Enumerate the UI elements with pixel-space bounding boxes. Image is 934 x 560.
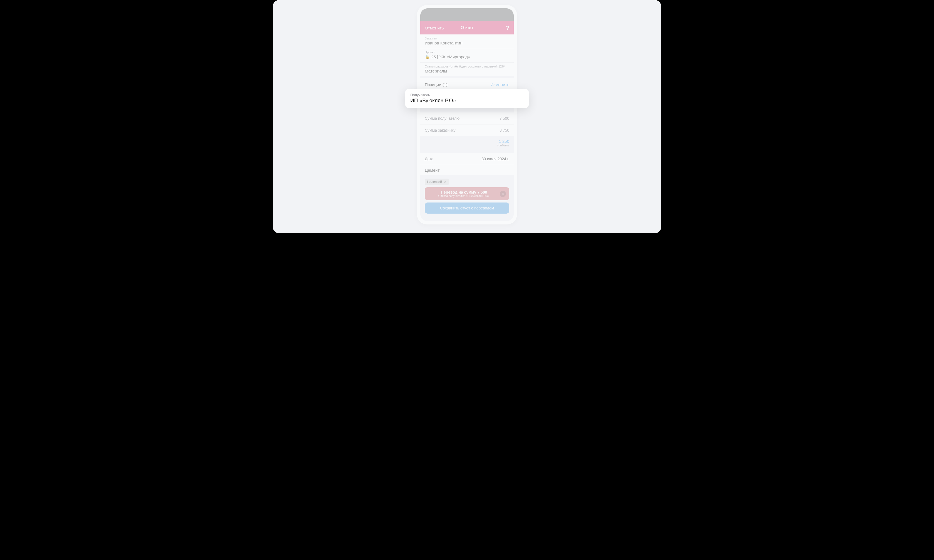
phone-frame: Отменить Отчёт ? Заказчик Иванов Констан… <box>417 5 517 225</box>
info-section: Заказчик Иванов Константин Проект 🔒 25 |… <box>420 34 514 76</box>
positions-edit-button[interactable]: Изменить <box>490 82 509 87</box>
profit-amount: 1 250 <box>425 139 509 144</box>
tag-label: Наличкой <box>427 180 442 184</box>
client-value: Иванов Константин <box>425 40 509 45</box>
help-icon[interactable]: ? <box>506 25 509 31</box>
project-field[interactable]: Проект 🔒 25 | ЖК «Миргород» <box>420 48 514 63</box>
app-viewport: Отменить Отчёт ? Заказчик Иванов Констан… <box>273 0 661 233</box>
tag-cash[interactable]: Наличкой ✕ <box>425 178 449 185</box>
transfer-subtitle: Оплата получателю: ИП «Буюклян Р.О» <box>428 194 500 197</box>
project-label: Проект <box>425 51 509 54</box>
amount-recipient-value: 7 500 <box>499 116 509 120</box>
expense-label: Статья расходов (отчёт будет сохранен с … <box>425 65 509 68</box>
date-value: 30 июля 2024 г. <box>482 157 509 161</box>
content-scroll[interactable]: Заказчик Иванов Константин Проект 🔒 25 |… <box>420 34 514 221</box>
client-field[interactable]: Заказчик Иванов Константин <box>420 34 514 48</box>
profit-block: 1 250 прибыль <box>420 136 514 148</box>
transfer-text: Перевод на сумму 7 500 Оплата получателю… <box>428 190 500 197</box>
note-field[interactable]: Цемент <box>420 165 514 175</box>
transfer-close-icon[interactable]: ✕ <box>500 191 506 197</box>
tag-remove-icon[interactable]: ✕ <box>444 180 447 184</box>
positions-label: Позиции (1) <box>425 82 447 87</box>
expense-field[interactable]: Статья расходов (отчёт будет сохранен с … <box>420 63 514 76</box>
recipient-value: ИП «Буюклян Р.О» <box>410 97 524 104</box>
date-label: Дата <box>425 157 433 161</box>
navigation-bar: Отменить Отчёт ? <box>420 21 514 34</box>
page-title: Отчёт <box>461 25 473 30</box>
recipient-popup[interactable]: Получатель ИП «Буюклян Р.О» <box>405 89 529 108</box>
transfer-title: Перевод на сумму 7 500 <box>428 190 500 194</box>
amount-client-label: Сумма заказчику <box>425 128 456 132</box>
client-label: Заказчик <box>425 37 509 40</box>
cancel-button[interactable]: Отменить <box>425 26 444 30</box>
transfer-card[interactable]: Перевод на сумму 7 500 Оплата получателю… <box>425 187 509 200</box>
date-row[interactable]: Дата 30 июля 2024 г. <box>420 153 514 165</box>
amounts-section: Сумма получателю 7 500 Сумма заказчику 8… <box>420 112 514 136</box>
recipient-label: Получатель <box>410 93 524 97</box>
amount-recipient-label: Сумма получателю <box>425 116 459 120</box>
tags-row: Наличкой ✕ <box>420 175 514 187</box>
status-bar <box>420 8 514 21</box>
amount-recipient-row[interactable]: Сумма получателю 7 500 <box>420 112 514 125</box>
amount-client-value: 8 750 <box>499 128 509 132</box>
profit-label: прибыль <box>425 144 509 147</box>
expense-value: Материалы <box>425 69 509 73</box>
project-value: 🔒 25 | ЖК «Миргород» <box>425 54 509 60</box>
date-section: Дата 30 июля 2024 г. Цемент <box>420 153 514 175</box>
phone-screen: Отменить Отчёт ? Заказчик Иванов Констан… <box>420 8 514 221</box>
amount-client-row[interactable]: Сумма заказчику 8 750 <box>420 125 514 136</box>
save-report-button[interactable]: Сохранить отчёт с переводом <box>425 203 509 214</box>
